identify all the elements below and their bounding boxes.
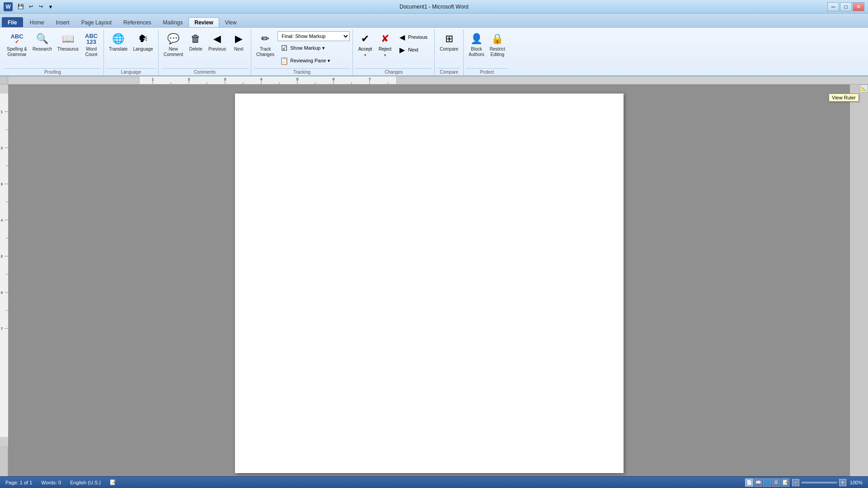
protect-buttons: 👤 BlockAuthors 🔒 RestrictEditing bbox=[466, 29, 507, 67]
track-changes-icon: ✏ bbox=[258, 32, 272, 46]
delete-comment-button[interactable]: 🗑 Delete bbox=[186, 30, 205, 53]
web-layout-view[interactable]: 🌐 bbox=[763, 479, 771, 487]
ruler-svg: 1 2 3 4 5 6 7 bbox=[8, 76, 868, 84]
thesaurus-label: Thesaurus bbox=[57, 47, 79, 52]
next-comment-label: Next bbox=[234, 47, 244, 52]
new-comment-button[interactable]: 💬 NewComment bbox=[161, 30, 185, 59]
draft-view[interactable]: 📝 bbox=[781, 479, 789, 487]
next-comment-button[interactable]: ▶ Next bbox=[229, 30, 248, 53]
redo-quick-btn[interactable]: ↪ bbox=[36, 2, 45, 11]
reject-main-button[interactable]: ✘ Reject bbox=[375, 30, 394, 53]
block-authors-label: BlockAuthors bbox=[469, 47, 484, 57]
save-quick-btn[interactable]: 💾 bbox=[16, 2, 25, 11]
restrict-editing-button[interactable]: 🔒 RestrictEditing bbox=[488, 30, 507, 59]
right-side: 📐 View Ruler bbox=[850, 84, 868, 482]
tab-review[interactable]: Review bbox=[188, 17, 219, 27]
markup-dropdown[interactable]: Final: Show Markup Final Original: Show … bbox=[277, 31, 350, 41]
previous-comment-button[interactable]: ◀ Previous bbox=[206, 30, 228, 53]
svg-text:6: 6 bbox=[1, 291, 3, 294]
zoom-out-button[interactable]: - bbox=[792, 479, 799, 486]
tab-page-layout[interactable]: Page Layout bbox=[75, 17, 117, 27]
ruler-main: 1 2 3 4 5 6 7 bbox=[8, 76, 868, 84]
group-tracking: ✏ TrackChanges Final: Show Markup Final … bbox=[251, 29, 353, 75]
main-area: 1 2 3 4 5 6 7 📐 View Ruler bbox=[0, 84, 868, 482]
compare-group-label: Compare bbox=[437, 68, 460, 75]
status-right: 📄 📖 🌐 ☰ 📝 - + 100% bbox=[745, 479, 864, 487]
svg-rect-26 bbox=[0, 94, 8, 437]
comments-group-label: Comments bbox=[161, 68, 248, 75]
compare-button[interactable]: ⊞ Compare bbox=[437, 30, 460, 53]
previous-change-button[interactable]: ◀ Previous bbox=[395, 31, 432, 43]
spelling-grammar-button[interactable]: ABC ✓ Spelling &Grammar bbox=[5, 30, 29, 59]
language-icon: 🗣 bbox=[136, 32, 150, 46]
document-area[interactable] bbox=[8, 84, 850, 482]
tracking-group-label: Tracking bbox=[254, 68, 350, 75]
word-count-button[interactable]: ABC 123 WordCount bbox=[82, 30, 101, 59]
previous-change-icon: ◀ bbox=[398, 33, 407, 42]
zoom-in-button[interactable]: + bbox=[839, 479, 846, 486]
outline-view[interactable]: ☰ bbox=[772, 479, 780, 487]
restrict-editing-icon: 🔒 bbox=[490, 32, 505, 46]
status-left: Page: 1 of 1 Words: 0 English (U.S.) 📝 bbox=[4, 479, 118, 486]
accept-dropdown-button[interactable]: ▼ bbox=[359, 53, 371, 58]
words-status[interactable]: Words: 0 bbox=[39, 479, 63, 486]
spelling-icon: ABC ✓ bbox=[10, 32, 24, 46]
customize-quick-btn[interactable]: ▼ bbox=[46, 2, 55, 11]
new-comment-label: NewComment bbox=[164, 47, 183, 57]
tab-references[interactable]: References bbox=[117, 17, 157, 27]
maximize-button[interactable]: □ bbox=[840, 2, 852, 11]
full-screen-view[interactable]: 📖 bbox=[754, 479, 762, 487]
svg-rect-0 bbox=[8, 76, 868, 84]
delete-comment-label: Delete bbox=[189, 47, 202, 52]
previous-comment-label: Previous bbox=[208, 47, 226, 52]
svg-text:5: 5 bbox=[296, 77, 299, 81]
svg-text:1: 1 bbox=[152, 77, 154, 81]
print-layout-view[interactable]: 📄 bbox=[745, 479, 753, 487]
language-buttons: 🌐 Translate 🗣 Language bbox=[107, 29, 155, 67]
zoom-level[interactable]: 100% bbox=[848, 479, 864, 486]
language-label: Language bbox=[133, 47, 153, 52]
thesaurus-button[interactable]: 📖 Thesaurus bbox=[55, 30, 81, 53]
tab-file[interactable]: File bbox=[2, 17, 23, 27]
svg-text:3: 3 bbox=[224, 77, 226, 81]
quick-access-toolbar: 💾 ↩ ↪ ▼ bbox=[14, 2, 57, 11]
compare-buttons: ⊞ Compare bbox=[437, 29, 460, 67]
app-icon: W bbox=[4, 2, 13, 11]
language-button[interactable]: 🗣 Language bbox=[131, 30, 155, 53]
reject-label: Reject bbox=[379, 47, 391, 52]
show-markup-button[interactable]: ☑ Show Markup ▾ bbox=[277, 42, 350, 54]
status-bar: Page: 1 of 1 Words: 0 English (U.S.) 📝 📄… bbox=[0, 476, 868, 488]
view-ruler-button[interactable]: 📐 bbox=[860, 84, 868, 93]
undo-quick-btn[interactable]: ↩ bbox=[26, 2, 35, 11]
close-button[interactable]: ✕ bbox=[853, 2, 864, 11]
tab-insert[interactable]: Insert bbox=[50, 17, 75, 27]
reject-dropdown-button[interactable]: ▼ bbox=[379, 53, 391, 58]
changes-group-label: Changes bbox=[356, 68, 432, 75]
changes-buttons: ✔ Accept ▼ ✘ Reject ▼ ◀ bbox=[356, 29, 432, 67]
document-page[interactable] bbox=[235, 94, 624, 473]
block-authors-button[interactable]: 👤 BlockAuthors bbox=[466, 30, 486, 59]
zoom-control: - + 100% bbox=[792, 479, 864, 486]
tab-view[interactable]: View bbox=[219, 17, 243, 27]
translate-label: Translate bbox=[109, 47, 127, 52]
protect-group-label: Protect bbox=[466, 68, 507, 75]
language-icon: 📝 bbox=[108, 479, 118, 486]
svg-text:3: 3 bbox=[1, 183, 3, 186]
translate-button[interactable]: 🌐 Translate bbox=[107, 30, 130, 53]
tab-mailings[interactable]: Mailings bbox=[157, 17, 188, 27]
tab-home[interactable]: Home bbox=[24, 17, 50, 27]
language-status[interactable]: English (U.S.) bbox=[68, 479, 103, 486]
page-status[interactable]: Page: 1 of 1 bbox=[4, 479, 34, 486]
accept-main-button[interactable]: ✔ Accept bbox=[356, 30, 375, 53]
research-button[interactable]: 🔍 Research bbox=[30, 30, 54, 53]
change-nav: ◀ Previous ▶ Next bbox=[395, 30, 432, 56]
reviewing-pane-button[interactable]: 📋 Reviewing Pane ▾ bbox=[277, 55, 350, 66]
vertical-ruler-svg: 1 2 3 4 5 6 7 bbox=[0, 84, 8, 446]
compare-label: Compare bbox=[440, 47, 458, 52]
zoom-slider[interactable] bbox=[801, 482, 837, 483]
title-bar-controls: ─ □ ✕ bbox=[827, 2, 864, 11]
minimize-button[interactable]: ─ bbox=[827, 2, 839, 11]
track-changes-button[interactable]: ✏ TrackChanges bbox=[254, 30, 277, 59]
next-change-button[interactable]: ▶ Next bbox=[395, 44, 432, 56]
reviewing-pane-label: Reviewing Pane ▾ bbox=[290, 58, 330, 64]
